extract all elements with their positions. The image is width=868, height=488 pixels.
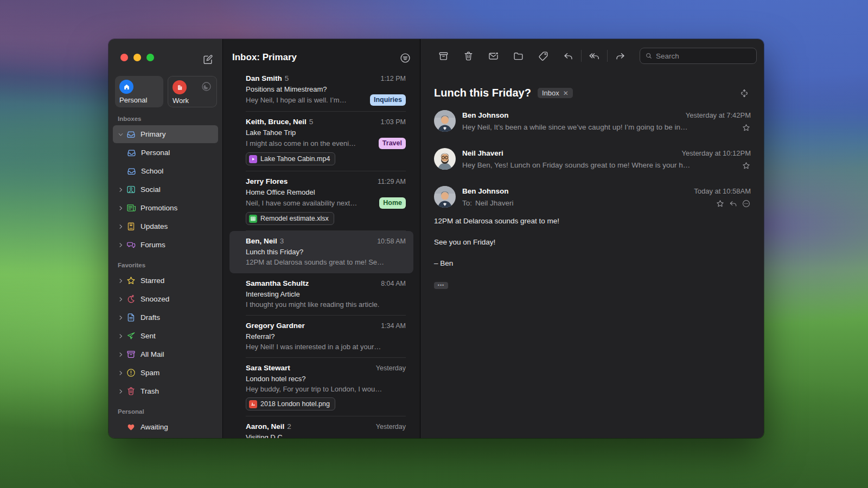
sidebar-item-starred[interactable]: Starred bbox=[113, 272, 218, 290]
email-list-item-selected[interactable]: Ben, Neil310:58 AM Lunch this Friday? 12… bbox=[229, 231, 413, 273]
email-subject: Interesting Article bbox=[246, 289, 406, 299]
close-window-button[interactable] bbox=[120, 54, 128, 61]
chevron-right-icon[interactable] bbox=[116, 242, 125, 248]
chevron-right-icon[interactable] bbox=[116, 205, 125, 211]
email-subject: Referral? bbox=[246, 331, 406, 342]
email-list-item[interactable]: Jerry Flores11:29 AM Home Office Remodel… bbox=[229, 171, 413, 231]
star-icon[interactable] bbox=[716, 199, 725, 208]
forward-icon[interactable] bbox=[615, 50, 626, 62]
chevron-spacer bbox=[116, 424, 125, 431]
email-subject: London hotel recs? bbox=[246, 374, 406, 384]
sidebar: Personal Work Inboxes Primary Personal S… bbox=[108, 39, 222, 438]
chevron-right-icon[interactable] bbox=[116, 351, 125, 358]
mailbox-title: Inbox: Primary bbox=[232, 52, 297, 63]
chevron-right-icon[interactable] bbox=[116, 296, 125, 303]
filter-icon[interactable] bbox=[399, 52, 411, 64]
sidebar-item-sent[interactable]: Sent bbox=[113, 327, 218, 345]
expand-thread-icon[interactable] bbox=[739, 88, 750, 99]
chevron-down-icon[interactable] bbox=[116, 131, 125, 138]
chevron-right-icon[interactable] bbox=[116, 370, 125, 376]
document-bookmark-icon bbox=[126, 221, 136, 232]
star-icon[interactable] bbox=[742, 161, 751, 170]
sidebar-item-awaiting[interactable]: Awaiting bbox=[113, 418, 218, 436]
email-subject: Home Office Remodel bbox=[246, 187, 406, 197]
star-icon[interactable] bbox=[742, 123, 751, 132]
sidebar-item-spam[interactable]: Spam bbox=[113, 364, 218, 382]
mark-unread-icon[interactable] bbox=[488, 50, 499, 62]
label-tag-icon[interactable] bbox=[538, 50, 549, 62]
email-list-item[interactable]: Gregory Gardner1:34 AM Referral? Hey Nei… bbox=[229, 316, 413, 358]
avatar bbox=[434, 110, 456, 132]
paper-plane-icon bbox=[126, 331, 136, 341]
window-controls bbox=[120, 54, 154, 61]
attachment-chip[interactable]: Remodel estimate.xlsx bbox=[246, 212, 334, 225]
zoom-window-button[interactable] bbox=[146, 54, 154, 61]
trash-icon bbox=[126, 386, 136, 396]
newspaper-icon bbox=[126, 203, 136, 213]
thread-message-expanded[interactable]: Ben JohnsonToday at 10:58AM To:Neil Jhav… bbox=[420, 178, 764, 209]
reply-icon[interactable] bbox=[729, 199, 738, 208]
attachment-chip[interactable]: 2018 London hotel.png bbox=[246, 397, 335, 410]
inbox-icon bbox=[126, 166, 137, 176]
video-file-icon bbox=[249, 155, 257, 163]
thread-message-collapsed[interactable]: Ben JohnsonYesterday at 7:42PM Hey Neil,… bbox=[420, 102, 764, 140]
moon-zzz-icon bbox=[126, 294, 136, 304]
email-list-item[interactable]: Keith, Bruce, Neil51:03 PM Lake Tahoe Tr… bbox=[229, 112, 413, 171]
house-icon bbox=[119, 80, 133, 94]
star-icon bbox=[126, 275, 136, 286]
sidebar-item-updates[interactable]: Updates bbox=[113, 217, 218, 235]
inbox-tag-chip[interactable]: Inbox✕ bbox=[538, 88, 573, 98]
compose-icon[interactable] bbox=[202, 54, 214, 66]
remove-tag-icon[interactable]: ✕ bbox=[563, 89, 569, 97]
chevron-right-icon[interactable] bbox=[116, 187, 125, 193]
sidebar-item-social[interactable]: Social bbox=[113, 181, 218, 198]
email-list-item[interactable]: Dan Smith51:12 PM Positions at Mimestrea… bbox=[229, 68, 413, 112]
chevron-right-icon[interactable] bbox=[116, 333, 125, 339]
sidebar-item-primary[interactable]: Primary bbox=[113, 125, 218, 143]
more-options-icon[interactable] bbox=[742, 199, 751, 208]
show-quoted-text-button[interactable]: ••• bbox=[434, 282, 448, 289]
sidebar-item-personal-inbox[interactable]: Personal bbox=[113, 144, 218, 162]
email-list-item[interactable]: Samantha Schultz8:04 AM Interesting Arti… bbox=[229, 273, 413, 316]
search-input[interactable] bbox=[656, 52, 752, 60]
reply-all-icon[interactable] bbox=[589, 50, 600, 62]
archive-box-icon bbox=[126, 349, 136, 359]
attachment-chip[interactable]: Lake Tahoe Cabin.mp4 bbox=[246, 152, 335, 165]
label-tag[interactable]: Travel bbox=[379, 138, 406, 149]
section-label-personal: Personal bbox=[118, 408, 222, 415]
trash-icon[interactable] bbox=[463, 50, 474, 62]
sidebar-item-promotions[interactable]: Promotions bbox=[113, 199, 218, 217]
sidebar-item-forums[interactable]: Forums bbox=[113, 236, 218, 254]
label-tag[interactable]: Inquiries bbox=[370, 94, 406, 106]
moon-icon bbox=[201, 81, 212, 92]
move-to-folder-icon[interactable] bbox=[513, 50, 524, 62]
account-personal[interactable]: Personal bbox=[115, 76, 163, 107]
sidebar-item-drafts[interactable]: Drafts bbox=[113, 309, 218, 326]
email-list-item[interactable]: Sara StewartYesterday London hotel recs?… bbox=[229, 358, 413, 416]
label-tag[interactable]: Home bbox=[379, 197, 406, 209]
sidebar-item-school-inbox[interactable]: School bbox=[113, 162, 218, 180]
inbox-icon bbox=[126, 129, 136, 139]
email-list-item[interactable]: Aaron, Neil2Yesterday Visiting D.C. I wa… bbox=[229, 416, 413, 438]
sidebar-item-trash[interactable]: Trash bbox=[113, 382, 218, 400]
account-label: Work bbox=[173, 97, 212, 105]
reader-toolbar bbox=[420, 39, 764, 73]
archive-icon[interactable] bbox=[438, 50, 449, 62]
chevron-right-icon[interactable] bbox=[116, 314, 125, 321]
account-label: Personal bbox=[119, 96, 159, 104]
email-subject: Positions at Mimestream? bbox=[246, 84, 406, 94]
minimize-window-button[interactable] bbox=[133, 54, 141, 61]
account-work[interactable]: Work bbox=[168, 76, 217, 107]
chevron-right-icon[interactable] bbox=[116, 223, 125, 230]
chevron-right-icon[interactable] bbox=[116, 278, 125, 284]
reading-pane: Lunch this Friday? Inbox✕ Ben JohnsonYes… bbox=[420, 39, 764, 438]
thread-title: Lunch this Friday? bbox=[434, 87, 531, 99]
sidebar-item-all-mail[interactable]: All Mail bbox=[113, 345, 218, 363]
avatar bbox=[434, 186, 456, 208]
toolbar-separator bbox=[581, 50, 582, 62]
thread-message-collapsed[interactable]: Neil JhaveriYesterday at 10:12PM Hey Ben… bbox=[420, 140, 764, 178]
search-field[interactable] bbox=[640, 48, 757, 64]
reply-icon[interactable] bbox=[563, 50, 574, 62]
chevron-right-icon[interactable] bbox=[116, 388, 125, 395]
sidebar-item-snoozed[interactable]: Snoozed bbox=[113, 290, 218, 308]
